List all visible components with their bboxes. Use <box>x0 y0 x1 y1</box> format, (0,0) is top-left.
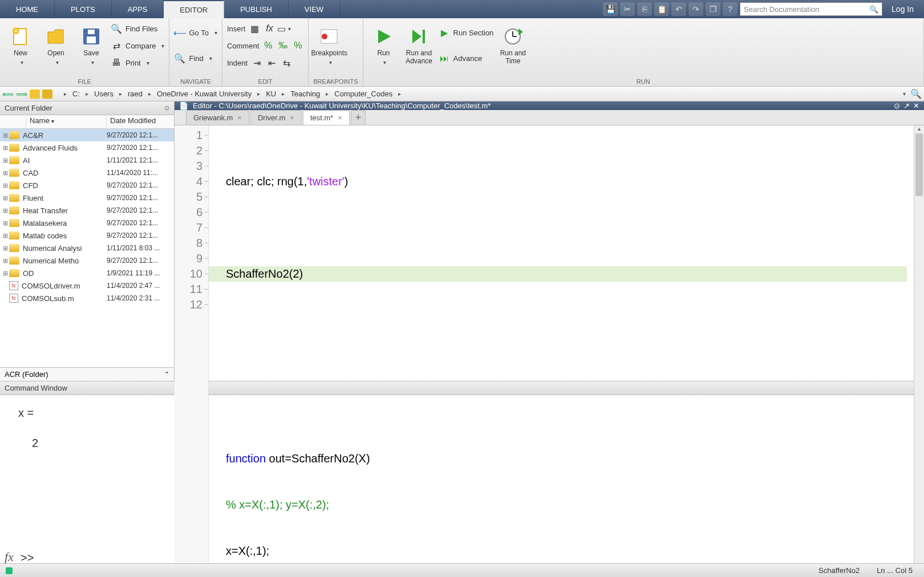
nav-back-icon[interactable]: ⟸ <box>2 88 14 100</box>
comment-icon[interactable]: % <box>262 40 274 51</box>
login-button[interactable]: Log In <box>885 5 921 14</box>
header-icon-col[interactable] <box>0 115 26 128</box>
file-row[interactable]: ⊞Fluent9/27/2020 12:1... <box>0 192 174 204</box>
file-row[interactable]: ⊞CFD9/27/2020 12:1... <box>0 179 174 192</box>
expand-icon[interactable]: ⊞ <box>1 132 9 139</box>
tab-home[interactable]: HOME <box>0 0 55 18</box>
run-time-button[interactable]: Run and Time <box>497 21 529 71</box>
header-name-col[interactable]: Name ▾ <box>26 115 107 128</box>
indent-icon[interactable]: ⇥ <box>251 57 262 68</box>
help-icon[interactable]: ? <box>723 2 737 16</box>
run-section-button[interactable]: ▶ Run Section <box>439 25 494 41</box>
breakpoints-button[interactable]: Breakpoints <box>313 21 345 71</box>
panel-actions-icon[interactable]: ⊙ <box>164 104 169 112</box>
folder-up-icon[interactable] <box>42 90 52 99</box>
file-row[interactable]: ⊞AI1/11/2021 12:1... <box>0 154 174 166</box>
outdent-icon[interactable]: ⇤ <box>266 57 277 68</box>
header-date-col[interactable]: Date Modified <box>107 115 174 128</box>
tab-driver[interactable]: Driver.m × <box>250 110 302 125</box>
crumb-onedrive[interactable]: OneDrive - Kuwait University <box>156 90 253 98</box>
tab-publish[interactable]: PUBLISH <box>224 0 289 18</box>
tab-apps[interactable]: APPS <box>112 0 164 18</box>
compare-button[interactable]: ⇄ Compare <box>111 38 164 54</box>
current-folder-title: Current Folder ⊙ <box>0 101 174 115</box>
file-row[interactable]: ⊞Advanced Fluids9/27/2020 12:1... <box>0 141 174 154</box>
expand-icon[interactable]: ⊞ <box>1 270 9 277</box>
close-tab-icon[interactable]: × <box>338 113 342 122</box>
file-row[interactable]: ⊞Heat Transfer9/27/2020 12:1... <box>0 204 174 217</box>
address-search-icon[interactable]: 🔍 <box>910 88 922 100</box>
qat-copy-icon[interactable]: ⎘ <box>637 2 652 16</box>
expand-icon[interactable]: ⊞ <box>1 182 9 189</box>
expand-icon[interactable]: ⊞ <box>1 245 9 252</box>
file-list[interactable]: ⊞AC&R9/27/2020 12:1...⊞Advanced Fluids9/… <box>0 129 174 367</box>
run-advance-button[interactable]: Run and Advance <box>403 21 435 71</box>
crumb-users[interactable]: Users <box>93 90 115 98</box>
insert-section-icon[interactable]: ▦ <box>249 23 260 34</box>
new-tab-button[interactable]: + <box>351 110 366 125</box>
file-row[interactable]: ⊞OD1/9/2021 11:19 ... <box>0 267 174 279</box>
address-dropdown-icon[interactable]: ▾ <box>901 91 908 97</box>
qat-undo-icon[interactable]: ↶ <box>671 2 686 16</box>
file-row[interactable]: ⊞Numerical Metho9/27/2020 12:1... <box>0 254 174 267</box>
editor-max-icon[interactable]: ⊙ <box>894 101 900 110</box>
expand-icon[interactable]: ⊞ <box>1 194 9 202</box>
new-button[interactable]: + New <box>5 21 37 71</box>
goto-button[interactable]: ⟵ Go To <box>174 25 217 41</box>
file-row[interactable]: ⊞Matlab codes9/27/2020 12:1... <box>0 229 174 242</box>
tab-test[interactable]: test.m* × <box>303 110 350 125</box>
editor-undock-icon[interactable]: ↗ <box>903 101 910 110</box>
insert-fx-icon[interactable]: fx <box>264 23 275 34</box>
fx-icon[interactable]: fx <box>5 550 14 564</box>
open-button[interactable]: Open <box>40 21 72 71</box>
crumb-c[interactable]: C: <box>71 90 81 98</box>
close-tab-icon[interactable]: × <box>237 113 242 122</box>
search-input[interactable]: Search Documentation 🔍 <box>740 2 882 16</box>
run-button[interactable]: Run <box>368 21 400 71</box>
detail-collapse-icon[interactable]: ⌃ <box>164 371 169 378</box>
expand-icon[interactable]: ⊞ <box>1 157 9 164</box>
file-row[interactable]: fxCOMSOLsub.m11/4/2020 2:31 ... <box>0 292 174 304</box>
crumb-raed[interactable]: raed <box>127 90 144 98</box>
file-row[interactable]: ⊞CAD11/14/2020 11:... <box>0 166 174 179</box>
nav-fwd-icon[interactable]: ⟹ <box>16 88 27 100</box>
tab-griewank[interactable]: Griewank.m × <box>186 110 249 125</box>
find-button[interactable]: 🔍 Find <box>174 51 217 67</box>
tab-view[interactable]: VIEW <box>289 0 340 18</box>
file-row[interactable]: ⊞Malalasekera9/27/2020 12:1... <box>0 217 174 229</box>
qat-paste-icon[interactable]: 📋 <box>654 2 669 16</box>
tab-editor[interactable]: EDITOR <box>164 0 224 18</box>
print-button[interactable]: 🖶 Print <box>111 55 164 71</box>
expand-icon[interactable]: ⊞ <box>1 144 9 152</box>
wrap-comment-icon[interactable]: % <box>292 40 303 51</box>
expand-icon[interactable]: ⊞ <box>1 220 9 227</box>
uncomment-icon[interactable]: ‰ <box>277 40 289 51</box>
file-row[interactable]: ⊞Numerical Analysi1/11/2021 8:03 ... <box>0 242 174 254</box>
advance-button[interactable]: ⏭ Advance <box>439 51 494 67</box>
insert-more-icon[interactable]: ▭ <box>278 23 290 34</box>
crumb-ku[interactable]: KU <box>265 90 277 98</box>
scroll-up-icon[interactable]: ▴ <box>914 125 924 133</box>
file-row[interactable]: ⊞AC&R9/27/2020 12:1... <box>0 129 174 141</box>
expand-icon[interactable]: ⊞ <box>1 169 9 177</box>
qat-windows-icon[interactable]: ❐ <box>706 2 720 16</box>
expand-icon[interactable]: ⊞ <box>1 257 9 265</box>
crumb-codes[interactable]: Computer_Codes <box>333 90 394 98</box>
smart-indent-icon[interactable]: ⇆ <box>281 57 292 68</box>
editor-close-icon[interactable]: ✕ <box>913 101 919 110</box>
qat-cut-icon[interactable]: ✂ <box>620 2 635 16</box>
qat-redo-icon[interactable]: ↷ <box>688 2 703 16</box>
tab-plots[interactable]: PLOTS <box>55 0 112 18</box>
save-button[interactable]: Save <box>75 21 107 71</box>
folder-icon[interactable] <box>30 90 40 99</box>
code-editor[interactable]: 123456789101112 clear; clc; rng(1,'twist… <box>175 125 924 577</box>
expand-icon[interactable]: ⊞ <box>1 232 9 239</box>
command-prompt[interactable]: >> <box>21 551 34 564</box>
file-row[interactable]: fxCOMSOLdriver.m11/4/2020 2:47 ... <box>0 279 174 292</box>
expand-icon[interactable]: ⊞ <box>1 207 9 214</box>
crumb-teaching[interactable]: Teaching <box>289 90 321 98</box>
find-files-button[interactable]: 🔍 Find Files <box>111 21 164 36</box>
qat-save-icon[interactable]: 💾 <box>603 2 618 16</box>
code-lines[interactable]: clear; clc; rng(1,'twister') SchafferNo2… <box>209 125 914 577</box>
close-tab-icon[interactable]: × <box>290 113 294 122</box>
